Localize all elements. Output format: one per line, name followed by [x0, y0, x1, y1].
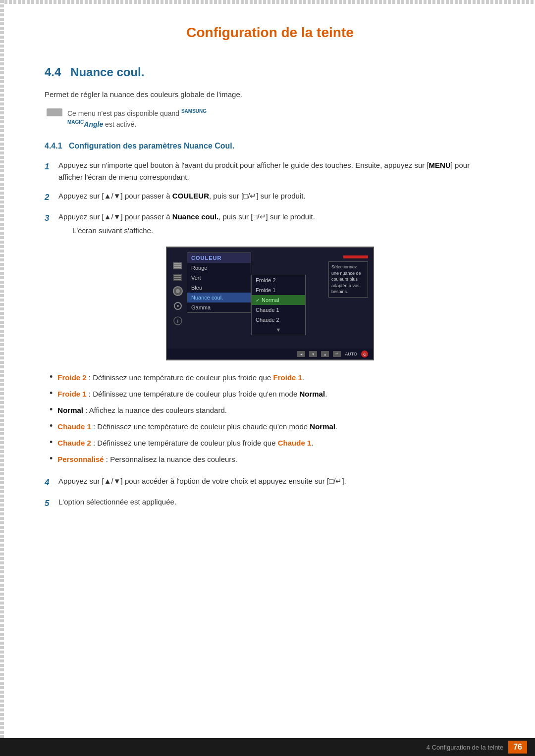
menu-vert: Vert — [187, 273, 251, 283]
step-number-5: 5 — [45, 496, 58, 510]
magic-angle-label: Angle — [84, 120, 103, 128]
note-text: Ce menu n'est pas disponible quand SAMSU… — [67, 107, 207, 130]
section-description: Permet de régler la nuance des couleurs … — [45, 89, 495, 101]
sidebar-icon-2 — [173, 274, 182, 281]
btn-down: ▼ — [309, 351, 317, 357]
step-5: 5 L'option sélectionnée est appliquée. — [45, 496, 495, 510]
bullet-chaude1: • Chaude 1 : Définissez une température … — [50, 421, 495, 433]
step-3: 3 Appuyez sur [▲/▼] pour passer à Nuance… — [45, 211, 495, 237]
step-2: 2 Appuyez sur [▲/▼] pour passer à COULEU… — [45, 190, 495, 204]
step-text-4: Appuyez sur [▲/▼] pour accéder à l'optio… — [58, 475, 346, 487]
sidebar-icon-4 — [173, 301, 183, 311]
sidebar-icon-1 — [173, 262, 182, 269]
step-number-4: 4 — [45, 475, 58, 489]
bullet-chaude2: • Chaude 2 : Définissez une température … — [50, 438, 495, 449]
page-title: Configuration de la teinte — [45, 20, 495, 41]
note-icon — [47, 108, 62, 116]
subsection-heading: 4.4.1 Configuration des paramètres Nuanc… — [45, 142, 495, 151]
svg-rect-0 — [174, 263, 181, 264]
btn-left: ◄ — [297, 351, 305, 357]
subsection-number: 4.4.1 — [45, 142, 62, 150]
steps-list: 1 Appuyez sur n'importe quel bouton à l'… — [45, 159, 495, 237]
note-box: Ce menu n'est pas disponible quand SAMSU… — [45, 107, 495, 130]
bullet-list: • Froide 2 : Définissez une température … — [50, 372, 495, 465]
svg-rect-5 — [174, 279, 181, 280]
checkmark-icon: ✓ — [256, 298, 260, 303]
bullet-personnalise: • Personnalisé : Personnalisez la nuance… — [50, 454, 495, 465]
section-title: Nuance coul. — [70, 65, 144, 79]
bullet-normal: • Normal : Affichez la nuance des couleu… — [50, 405, 495, 416]
svg-rect-4 — [174, 277, 181, 278]
top-stripe — [0, 0, 535, 4]
step-text-2: Appuyez sur [▲/▼] pour passer à COULEUR,… — [58, 190, 306, 202]
btn-power: ⏻ — [361, 351, 368, 357]
footer: 4 Configuration de la teinte 76 — [0, 738, 535, 756]
btn-enter: ↵ — [333, 351, 341, 357]
sidebar-icon-5: i — [173, 316, 183, 326]
step-number-1: 1 — [45, 159, 58, 173]
svg-point-7 — [177, 305, 179, 307]
menu-gamma: Gamma — [187, 302, 251, 312]
submenu-chaude1: Chaude 1 — [252, 305, 305, 315]
bullet-froide2: • Froide 2 : Définissez une température … — [50, 372, 495, 384]
step-number-2: 2 — [45, 190, 58, 204]
step-4: 4 Appuyez sur [▲/▼] pour accéder à l'opt… — [45, 475, 495, 489]
screen-container: i COULEUR Rouge Vert Bleu Nuance coul. G… — [45, 247, 495, 360]
submenu-froide1: Froide 1 — [252, 285, 305, 295]
menu-rouge: Rouge — [187, 263, 251, 273]
red-bar — [343, 255, 368, 258]
submenu-froide2: Froide 2 — [252, 275, 305, 285]
sidebar-icons: i — [173, 262, 183, 326]
step-text-1: Appuyez sur n'importe quel bouton à l'av… — [58, 159, 495, 183]
menu-bleu: Bleu — [187, 283, 251, 293]
menu-panel: COULEUR Rouge Vert Bleu Nuance coul. Gam… — [187, 252, 251, 313]
subsection-title: Configuration des paramètres Nuance Coul… — [69, 142, 234, 150]
steps-list-end: 4 Appuyez sur [▲/▼] pour accéder à l'opt… — [45, 475, 495, 510]
submenu-normal: ✓ Normal — [252, 295, 305, 305]
sidebar-icon-3 — [173, 286, 183, 296]
submenu-chaude2: Chaude 2 — [252, 315, 305, 325]
step-3-sub: L'écran suivant s'affiche. — [72, 225, 315, 237]
svg-rect-2 — [174, 267, 181, 268]
bullet-froide1: • Froide 1 : Définissez une température … — [50, 389, 495, 400]
submenu-more: ▼ — [252, 325, 305, 335]
step-1: 1 Appuyez sur n'importe quel bouton à l'… — [45, 159, 495, 183]
btn-auto: AUTO — [345, 352, 357, 356]
svg-rect-1 — [174, 265, 181, 266]
menu-overlay: i COULEUR Rouge Vert Bleu Nuance coul. G… — [167, 248, 373, 359]
monitor-screen: i COULEUR Rouge Vert Bleu Nuance coul. G… — [166, 247, 374, 360]
footer-section-label: 4 Configuration de la teinte — [427, 744, 503, 751]
submenu-panel: Froide 2 Froide 1 ✓ Normal Chaude 1 Chau… — [251, 275, 306, 335]
section-number: 4.4 — [45, 65, 61, 79]
svg-rect-3 — [174, 275, 181, 276]
step-text-5: L'option sélectionnée est appliquée. — [58, 496, 176, 508]
menu-header: COULEUR — [187, 253, 251, 263]
step-number-3: 3 — [45, 211, 58, 225]
tooltip-box: Sélectionnez une nuance de couleurs plus… — [328, 261, 368, 298]
footer-page-number: 76 — [508, 741, 527, 754]
menu-nuance: Nuance coul. — [187, 293, 251, 302]
step-text-3: Appuyez sur [▲/▼] pour passer à Nuance c… — [58, 212, 315, 221]
section-heading: 4.4 Nuance coul. — [45, 65, 495, 79]
left-stripe — [0, 0, 4, 756]
bottom-bar: ◄ ▼ ▲ ↵ AUTO ⏻ — [167, 349, 373, 359]
svg-text:i: i — [177, 318, 178, 324]
btn-up: ▲ — [321, 351, 329, 357]
